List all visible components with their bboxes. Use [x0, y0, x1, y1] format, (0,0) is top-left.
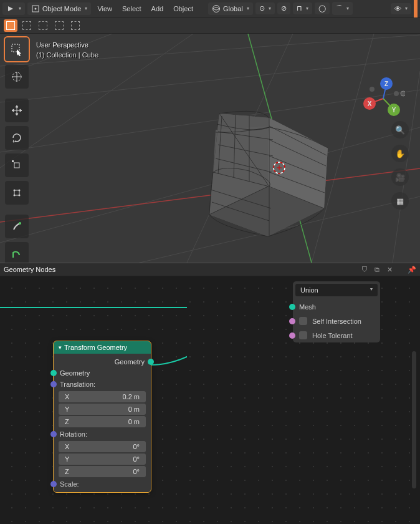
boolean-node[interactable]: Union▾ Mesh Self Intersection Hole Toler…: [293, 281, 380, 342]
translation-x[interactable]: X0.2 m: [59, 391, 146, 402]
svg-rect-27: [12, 160, 14, 162]
tool-transform[interactable]: [5, 181, 29, 205]
visibility-dropdown[interactable]: 👁▾: [391, 3, 411, 14]
select-mode-5[interactable]: [69, 19, 82, 32]
boolean-mode-dropdown[interactable]: Union▾: [295, 284, 378, 296]
translation-z[interactable]: Z0 m: [59, 416, 146, 427]
svg-point-39: [370, 87, 375, 92]
svg-line-6: [0, 127, 420, 243]
editor-type-dropdown[interactable]: ▾: [2, 2, 25, 15]
menu-object[interactable]: Object: [169, 5, 197, 12]
select-mode-2[interactable]: [20, 19, 34, 32]
translation-y[interactable]: Y0 m: [59, 404, 146, 415]
shield-icon[interactable]: ⛉: [360, 265, 369, 274]
tool-select-box[interactable]: [5, 37, 29, 61]
3d-viewport[interactable]: User Perspective (1) Collection | Cube Z…: [0, 34, 420, 263]
tool-measure[interactable]: [5, 242, 29, 263]
pivot-dropdown[interactable]: ⊙▾: [255, 2, 275, 14]
scale-label: Scale:: [54, 478, 151, 490]
collapse-icon[interactable]: ▾: [59, 344, 62, 351]
select-mode-3[interactable]: [36, 19, 50, 32]
geometry-in: Geometry: [54, 367, 151, 379]
snap-dropdown[interactable]: ⊓▾: [293, 2, 312, 14]
svg-point-38: [394, 91, 399, 96]
svg-point-31: [14, 195, 16, 196]
tool-cursor[interactable]: [5, 65, 29, 89]
svg-point-1: [35, 7, 37, 9]
left-toolbar: [5, 37, 29, 263]
proportional-toggle[interactable]: ◯: [315, 2, 330, 14]
select-mode-1[interactable]: [4, 19, 17, 32]
svg-rect-25: [14, 163, 19, 168]
hole-tolerant-row[interactable]: Hole Tolerant: [293, 328, 380, 342]
geometry-out: Geometry: [54, 356, 151, 367]
tool-scale[interactable]: [5, 153, 29, 177]
camera-icon[interactable]: 🎥: [391, 168, 409, 186]
svg-point-2: [212, 5, 219, 12]
geometry-nodes-header: Geometry Nodes ⛉ ⧉ ✕ 📌: [0, 263, 420, 276]
translation-label: Translation:: [54, 379, 151, 390]
tool-annotate[interactable]: [5, 215, 29, 238]
svg-point-33: [19, 222, 21, 225]
tool-rotate[interactable]: [5, 126, 29, 150]
axis-x[interactable]: X: [363, 97, 376, 110]
panel-title[interactable]: Geometry Nodes: [4, 266, 55, 273]
rotation-y[interactable]: Y0°: [59, 454, 146, 465]
nav-gizmo[interactable]: Z X Y: [361, 67, 405, 124]
svg-point-40: [401, 91, 405, 96]
selection-mode-bar: [0, 17, 420, 34]
menu-add[interactable]: Add: [148, 5, 168, 12]
svg-line-5: [0, 90, 420, 152]
tool-move[interactable]: [5, 99, 29, 122]
svg-rect-28: [14, 190, 19, 195]
axis-z[interactable]: Z: [380, 77, 393, 90]
edge-decor: [414, 0, 418, 17]
svg-point-32: [19, 195, 21, 196]
orientation-dropdown[interactable]: Global ▾: [208, 2, 253, 15]
axis-y[interactable]: Y: [388, 104, 400, 116]
close-panel-icon[interactable]: ✕: [385, 265, 394, 274]
persp-ortho-icon[interactable]: ▦: [391, 192, 409, 210]
pan-icon[interactable]: ✋: [391, 145, 409, 162]
svg-point-29: [14, 190, 16, 192]
viewport-right-icons: 🔍 ✋ 🎥 ▦: [391, 121, 409, 210]
menu-select[interactable]: Select: [118, 5, 145, 12]
svg-point-30: [19, 190, 21, 192]
node-editor-scrollbar[interactable]: [412, 351, 416, 488]
snap-toggle[interactable]: ⊘: [277, 2, 290, 14]
viewport-scene: [0, 34, 420, 263]
menu-view[interactable]: View: [93, 5, 116, 12]
proportional-dropdown[interactable]: ⌒▾: [332, 2, 353, 15]
top-header: ▾ Object Mode ▾ View Select Add Object G…: [0, 0, 420, 17]
rotation-label: Rotation:: [54, 429, 151, 440]
mesh-socket-row: Mesh: [293, 300, 380, 314]
viewport-overlay-text: User Perspective (1) Collection | Cube: [36, 41, 98, 59]
svg-rect-21: [12, 44, 19, 52]
mode-dropdown[interactable]: Object Mode ▾: [27, 2, 91, 15]
zoom-icon[interactable]: 🔍: [391, 121, 409, 138]
self-intersection-row[interactable]: Self Intersection: [293, 314, 380, 328]
duplicate-icon[interactable]: ⧉: [373, 265, 381, 274]
rotation-z[interactable]: Z0°: [59, 466, 146, 477]
rotation-x[interactable]: X0°: [59, 441, 146, 452]
cube-mesh: [209, 111, 328, 236]
node-editor[interactable]: Union▾ Mesh Self Intersection Hole Toler…: [0, 276, 420, 524]
pin-icon[interactable]: 📌: [408, 265, 416, 274]
transform-geometry-node[interactable]: ▾ Transform Geometry Geometry Geometry T…: [54, 341, 151, 492]
select-mode-4[interactable]: [52, 19, 66, 32]
node-title[interactable]: ▾ Transform Geometry: [54, 341, 151, 354]
